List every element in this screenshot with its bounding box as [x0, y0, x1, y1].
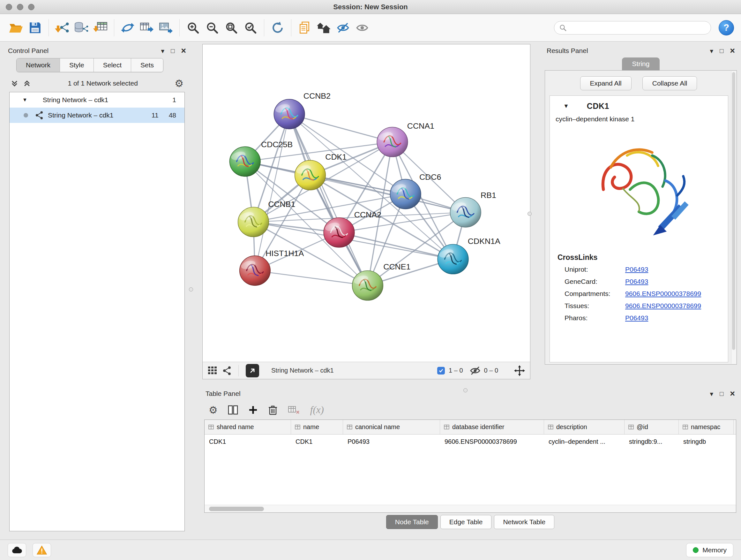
open-session-button[interactable] — [7, 18, 25, 37]
column-header-name[interactable]: name — [291, 420, 343, 434]
crosslink-link[interactable]: P06493 — [625, 278, 648, 286]
selected-checkbox-icon[interactable] — [437, 367, 445, 374]
table-cell[interactable]: stringdb:9... — [624, 435, 679, 449]
birdseye-icon[interactable] — [208, 366, 217, 375]
crosslink-link[interactable]: 9606.ENSP00000378699 — [625, 290, 701, 298]
network-node-CCNA1[interactable]: CCNA1 — [377, 122, 434, 157]
add-column-icon[interactable] — [248, 405, 258, 415]
delete-column-trash-icon[interactable] — [268, 405, 278, 415]
panel-menu-icon[interactable]: ▾ — [710, 390, 714, 397]
network-node-CCNB1[interactable]: CCNB1 — [238, 200, 295, 237]
gene-collapse-icon[interactable]: ▼ — [563, 103, 569, 110]
network-type-icon[interactable] — [222, 366, 231, 375]
panel-float-icon[interactable]: □ — [720, 48, 724, 54]
tab-node-table[interactable]: Node Table — [386, 515, 438, 529]
memory-button[interactable]: Memory — [686, 543, 733, 557]
table-cell[interactable]: P06493 — [343, 435, 440, 449]
cloud-button[interactable] — [8, 543, 26, 557]
results-scrollbar[interactable] — [731, 71, 736, 364]
network-collection-row[interactable]: ▼ String Network – cdk1 1 — [10, 92, 185, 108]
tab-network[interactable]: Network — [17, 58, 60, 72]
crosslink-link[interactable]: P06493 — [625, 314, 648, 322]
zoom-in-button[interactable] — [184, 18, 202, 37]
expand-all-button[interactable]: Expand All — [580, 76, 631, 90]
import-network-database-button[interactable] — [72, 18, 90, 37]
splitter-handle[interactable] — [528, 212, 532, 216]
network-node-HIST1H1A[interactable]: HIST1H1A — [240, 249, 304, 286]
table-cell[interactable]: CDK1 — [205, 435, 291, 449]
column-header-namespac[interactable]: namespac — [679, 420, 734, 434]
network-node-CDC25B[interactable]: CDC25B — [229, 140, 293, 177]
crosslink-link[interactable]: P06493 — [625, 266, 648, 273]
save-session-button[interactable] — [26, 18, 44, 37]
panel-menu-icon[interactable]: ▾ — [710, 48, 714, 54]
crosslink-link[interactable]: 9606.ENSP00000378699 — [625, 302, 701, 310]
gear-icon[interactable]: ⚙ — [175, 78, 184, 88]
panel-menu-icon[interactable]: ▾ — [161, 48, 165, 54]
import-table-button[interactable] — [91, 18, 110, 37]
collapse-all-icon[interactable] — [10, 79, 18, 87]
table-cell[interactable]: stringdb — [679, 435, 734, 449]
apply-layout-button[interactable] — [269, 18, 286, 37]
tab-sets[interactable]: Sets — [131, 58, 163, 72]
show-columns-icon[interactable] — [228, 405, 238, 415]
network-node-CDK1[interactable]: CDK1 — [295, 152, 347, 190]
crosslinks-title: CrossLinks — [557, 253, 728, 262]
table-row[interactable]: CDK1CDK1P064939606.ENSP00000378699cyclin… — [205, 435, 736, 449]
search-input[interactable] — [569, 24, 705, 31]
network-edge[interactable] — [255, 271, 367, 286]
minimize-window-button[interactable] — [17, 4, 23, 10]
network-node-CCNE1[interactable]: CCNE1 — [352, 262, 411, 300]
export-image-button[interactable] — [157, 18, 175, 37]
network-node-RB1[interactable]: RB1 — [450, 191, 496, 227]
home-button[interactable] — [315, 18, 333, 37]
zoom-fit-button[interactable] — [222, 18, 240, 37]
panel-close-icon[interactable]: × — [181, 47, 186, 55]
tab-network-table[interactable]: Network Table — [494, 515, 554, 529]
table-cell[interactable]: cyclin–dependent ... — [544, 435, 624, 449]
tab-string[interactable]: String — [622, 57, 660, 70]
pan-move-icon[interactable] — [514, 365, 525, 376]
network-row[interactable]: String Network – cdk1 11 48 — [10, 108, 185, 123]
table-cell[interactable]: 9606.ENSP00000378699 — [440, 435, 544, 449]
network-node-CDC6[interactable]: CDC6 — [390, 173, 441, 209]
network-edge[interactable] — [255, 114, 289, 270]
column-header-database-identifier[interactable]: database identifier — [440, 420, 544, 434]
close-window-button[interactable] — [6, 4, 12, 10]
collection-expand-icon[interactable]: ▼ — [22, 97, 27, 103]
maximize-window-button[interactable] — [28, 4, 35, 10]
column-header-description[interactable]: description — [544, 420, 624, 434]
zoom-selected-button[interactable] — [242, 18, 259, 37]
tab-edge-table[interactable]: Edge Table — [441, 515, 492, 529]
splitter-handle[interactable] — [463, 388, 468, 392]
zoom-out-button[interactable] — [203, 18, 221, 37]
panel-close-icon[interactable]: × — [730, 389, 735, 398]
import-network-file-button[interactable] — [53, 18, 71, 37]
table-settings-gear-icon[interactable]: ⚙ — [209, 405, 218, 415]
network-canvas[interactable]: CCNB2CCNA1CDC25BCDK1CDC6RB1CCNB1CCNA2CDK… — [203, 44, 530, 362]
export-network-button[interactable] — [246, 364, 259, 377]
new-network-from-selection-button[interactable] — [138, 18, 156, 37]
show-all-button[interactable] — [353, 18, 371, 37]
column-header-shared-name[interactable]: shared name — [205, 420, 291, 434]
select-first-neighbors-button[interactable] — [119, 18, 137, 37]
column-header-canonical-name[interactable]: canonical name — [343, 420, 440, 434]
network-node-CDKN1A[interactable]: CDKN1A — [437, 237, 500, 274]
hide-selected-button[interactable] — [334, 18, 352, 37]
help-button[interactable]: ? — [719, 20, 734, 36]
tab-style[interactable]: Style — [60, 58, 94, 72]
table-horizontal-scrollbar[interactable] — [205, 505, 736, 512]
warnings-button[interactable] — [32, 543, 51, 557]
column-header-@id[interactable]: @id — [624, 420, 679, 434]
network-edge[interactable] — [289, 114, 367, 286]
copy-document-button[interactable] — [296, 18, 314, 37]
panel-float-icon[interactable]: □ — [171, 48, 175, 54]
panel-close-icon[interactable]: × — [730, 47, 735, 55]
table-cell[interactable]: CDK1 — [291, 435, 343, 449]
splitter-handle[interactable] — [189, 287, 193, 292]
search-field[interactable] — [554, 21, 711, 35]
collapse-all-button[interactable]: Collapse All — [643, 76, 697, 90]
panel-float-icon[interactable]: □ — [720, 390, 724, 397]
expand-all-icon[interactable] — [23, 79, 31, 87]
tab-select[interactable]: Select — [94, 58, 131, 72]
